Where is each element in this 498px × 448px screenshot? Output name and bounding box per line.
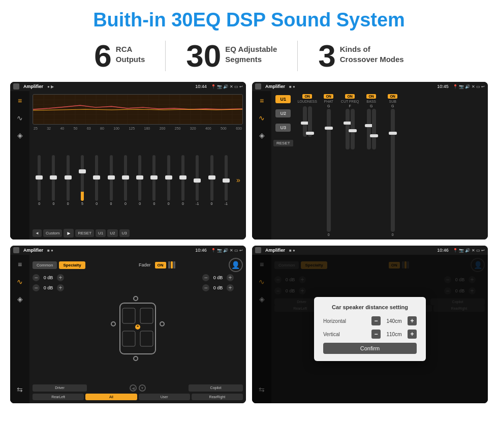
eq-slider-2[interactable]: 0 [61, 155, 75, 205]
db-minus-3[interactable]: − [202, 274, 209, 281]
db-plus-2[interactable]: + [57, 284, 64, 291]
u1-button[interactable]: U1 [275, 95, 291, 103]
phat-on-badge[interactable]: ON [324, 94, 333, 99]
sidebar-eq-icon[interactable]: ≡ [14, 95, 25, 106]
crossover-reset-btn[interactable]: RESET [273, 140, 293, 146]
eq-play-btn[interactable]: ► [64, 229, 74, 237]
bass-on-badge[interactable]: ON [366, 94, 376, 99]
eq-freq-labels: 2532405063 80100125160200 25032040050063… [33, 127, 243, 130]
eq-slider-10[interactable]: 0 [176, 155, 190, 205]
sidebar-wave-icon[interactable]: ∿ [14, 112, 25, 124]
horizontal-minus-btn[interactable]: − [371, 316, 381, 325]
u3-button[interactable]: U3 [275, 124, 291, 132]
sidebar-arrow-icon-3[interactable]: ⇆ [14, 384, 25, 395]
eq-slider-8[interactable]: 0 [147, 155, 161, 205]
db-row-4: − 0 dB + [202, 284, 243, 291]
eq-slider-1[interactable]: 0 [47, 155, 60, 205]
stat-number-rca: 6 [94, 40, 111, 72]
confirm-button[interactable]: Confirm [323, 343, 417, 354]
home-icon-1[interactable] [13, 83, 19, 89]
screens-grid: Amplifier ● ▶ 10:44 📍 📷 🔊 ✕ ▭ ↩ ≡ ∿ ◈ [0, 78, 498, 407]
db-plus-1[interactable]: + [57, 274, 64, 281]
home-icon-4[interactable] [255, 247, 261, 253]
eq-slider-13[interactable]: -1 [220, 155, 233, 205]
vertical-plus-btn[interactable]: + [408, 330, 417, 339]
eq-graph [33, 94, 243, 125]
home-icon-2[interactable] [255, 83, 261, 89]
specialty-tab[interactable]: Specialty [59, 261, 85, 269]
stat-number-crossover: 3 [318, 40, 335, 72]
db-minus-2[interactable]: − [33, 284, 40, 291]
eq-prev-btn[interactable]: ◄ [33, 229, 42, 237]
eq-slider-5[interactable]: 0 [104, 155, 117, 205]
copilot-btn[interactable]: Copilot [189, 384, 243, 392]
home-icon-3[interactable] [13, 247, 19, 253]
eq-u3-btn[interactable]: U3 [119, 229, 130, 237]
vertical-value: 110cm [383, 332, 406, 337]
fader-left-controls: − 0 dB + − 0 dB + [33, 274, 73, 382]
db-plus-4[interactable]: + [227, 284, 234, 291]
stat-label-crossover: Kinds ofCrossover Modes [340, 40, 404, 64]
eq-sliders: 0 0 0 5 0 [33, 133, 243, 227]
user-btn[interactable]: User [139, 394, 190, 400]
sidebar-vol-icon-2[interactable]: ◈ [256, 130, 267, 141]
svg-rect-5 [140, 331, 153, 346]
screen-crossover: Amplifier ■ ● 10:45 📍 📷 🔊 ✕ ▭ ↩ ≡ ∿ ◈ U1… [252, 82, 488, 240]
dialog-overlay: Car speaker distance setting Horizontal … [252, 255, 488, 403]
sidebar-eq-icon-2[interactable]: ≡ [256, 95, 267, 106]
stats-row: 6 RCAOutputs 30 EQ AdjustableSegments 3 … [0, 36, 498, 78]
eq-slider-9[interactable]: 0 [162, 155, 175, 205]
eq-reset-btn[interactable]: RESET [75, 229, 94, 237]
fader-on-toggle[interactable]: ON [155, 262, 166, 268]
driver-btn[interactable]: Driver [33, 384, 87, 392]
db-row-2: − 0 dB + [33, 284, 73, 291]
phat-slider[interactable] [327, 109, 331, 232]
sub-on-badge[interactable]: ON [388, 94, 397, 99]
eq-slider-3[interactable]: 5 [76, 155, 89, 205]
eq-slider-11[interactable]: -1 [191, 155, 204, 205]
arrow-left-icon[interactable]: ◄ [130, 384, 137, 392]
common-tab[interactable]: Common [33, 261, 57, 269]
eq-slider-6[interactable]: 0 [119, 155, 132, 205]
cutfreq-label: CUT FREQ [341, 100, 359, 103]
db-val-1: 0 dB [41, 275, 55, 280]
loudness-on-badge[interactable]: ON [302, 94, 312, 99]
eq-slider-7[interactable]: 0 [133, 155, 146, 205]
eq-slider-0[interactable]: 0 [33, 155, 46, 205]
sidebar-wave-icon-3[interactable]: ∿ [14, 276, 25, 287]
eq-slider-4[interactable]: 0 [90, 155, 103, 205]
bass-slider-2[interactable] [372, 109, 376, 150]
eq-u1-btn[interactable]: U1 [96, 229, 106, 237]
horizontal-label: Horizontal [323, 318, 371, 324]
status-bar-4: Amplifier ■ ● 10:46 📍 📷 🔊 ✕ ▭ ↩ [252, 246, 488, 255]
eq-u2-btn[interactable]: U2 [107, 229, 117, 237]
screen4-body: ≡ ∿ ◈ ⇆ Common Specialty ON [252, 255, 488, 403]
u2-button[interactable]: U2 [275, 109, 291, 117]
rearright-btn[interactable]: RearRight [192, 394, 243, 400]
all-btn[interactable]: All [85, 394, 137, 400]
sidebar-vol-icon-3[interactable]: ◈ [14, 293, 25, 305]
cutfreq-on-badge[interactable]: ON [345, 94, 355, 99]
eq-arrows[interactable]: » [234, 176, 243, 184]
db-plus-3[interactable]: + [227, 274, 234, 281]
sidebar-speaker-icon[interactable]: ◈ [14, 130, 25, 141]
db-minus-4[interactable]: − [202, 284, 209, 291]
cutfreq-slider-f[interactable] [351, 109, 355, 150]
eq-slider-12[interactable]: 0 [205, 155, 218, 205]
fader-content: − 0 dB + − 0 dB + [33, 274, 243, 382]
bass-slider-1[interactable] [367, 109, 371, 150]
sidebar-eq-icon-3[interactable]: ≡ [14, 259, 25, 270]
sub-slider[interactable] [391, 109, 395, 232]
db-minus-1[interactable]: − [33, 274, 40, 281]
arrow-down-icon[interactable]: ▼ [139, 384, 146, 392]
horizontal-plus-btn[interactable]: + [408, 316, 417, 325]
vertical-minus-btn[interactable]: − [371, 330, 381, 339]
time-1: 10:44 [195, 84, 207, 89]
loudness-slider-right[interactable] [308, 106, 312, 137]
status-icons-3: 📍 📷 🔊 ✕ ▭ ↩ [211, 248, 243, 253]
phat-label: PHAT [324, 100, 333, 103]
user-profile-icon[interactable]: 👤 [229, 258, 243, 272]
sidebar-wave-icon-2[interactable]: ∿ [256, 112, 267, 124]
vertical-label: Vertical [323, 332, 371, 337]
rearleft-btn[interactable]: RearLeft [33, 394, 84, 400]
